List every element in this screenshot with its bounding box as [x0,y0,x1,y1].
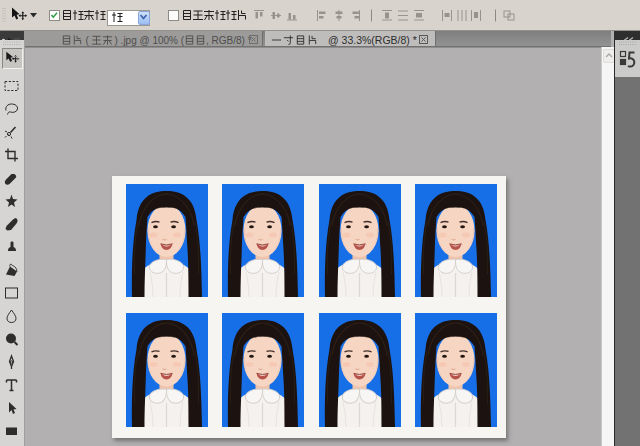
svg-text:(: ( [86,35,90,46]
svg-text:@ 33.3%(RGB/8) *: @ 33.3%(RGB/8) * [328,34,417,46]
svg-text:) .jpg @ 100% (: ) .jpg @ 100% ( [115,35,185,46]
svg-text:, RGB/8) *: , RGB/8) * [206,35,252,46]
